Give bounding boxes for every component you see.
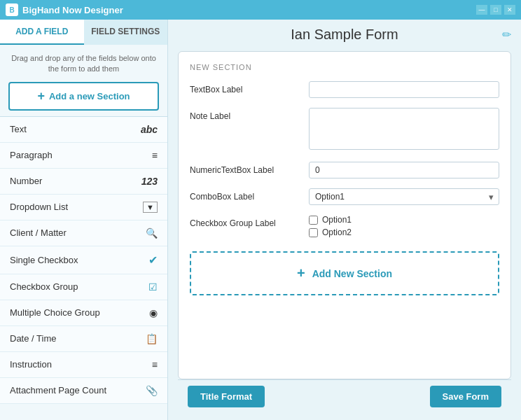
section-label: NEW SECTION (190, 63, 499, 71)
field-item-datetime[interactable]: Date / Time 📋 (0, 326, 167, 352)
combobox-row: ComboBox Label Option1 Option2 Option3 (190, 188, 499, 205)
combobox-label: ComboBox Label (190, 188, 302, 202)
note-label: Note Label (190, 108, 302, 121)
select-wrapper: Option1 Option2 Option3 (309, 188, 499, 205)
add-section-label: Add a new Section (49, 91, 130, 102)
checkbox-option2[interactable] (309, 228, 318, 237)
minimize-button[interactable]: — (476, 5, 487, 15)
tabs: ADD A FIELD FIELD SETTINGS (0, 20, 167, 45)
fields-list: Text abc Paragraph ≡ Number 123 Dropdown… (0, 117, 167, 420)
app-title: BigHand Now Designer (22, 5, 123, 15)
field-item-client-matter[interactable]: Client / Matter 🔍 (0, 220, 167, 246)
left-panel: ADD A FIELD FIELD SETTINGS Drag and drop… (0, 20, 168, 420)
checkmark-icon: ✔ (148, 253, 158, 267)
checkbox-option1-label: Option1 (322, 215, 352, 225)
field-item-text[interactable]: Text abc (0, 117, 167, 143)
plus-icon: + (37, 89, 45, 104)
field-item-multiple-choice[interactable]: Multiple Choice Group ◉ (0, 300, 167, 326)
field-item-single-checkbox[interactable]: Single Checkbox ✔ (0, 246, 167, 274)
textbox-control (309, 81, 499, 98)
calendar-icon: 📋 (146, 333, 158, 344)
app-icon: B (6, 4, 18, 16)
add-section-area: Drag and drop any of the fields below on… (0, 45, 167, 117)
save-form-button[interactable]: Save Form (430, 386, 501, 407)
checkbox-group-row: Checkbox Group Label Option1 Option2 (190, 215, 499, 240)
add-new-section-button[interactable]: + Add a new Section (8, 82, 159, 111)
textbox-label: TextBox Label (190, 81, 302, 94)
checkbox-option1-row: Option1 (309, 215, 499, 225)
note-textarea[interactable] (309, 108, 499, 150)
main-container: ADD A FIELD FIELD SETTINGS Drag and drop… (0, 20, 521, 420)
checkbox-option2-label: Option2 (322, 227, 352, 237)
radio-icon: ◉ (149, 307, 158, 318)
instruction-icon: ≡ (152, 359, 158, 370)
checkbox-group-control: Option1 Option2 (309, 215, 499, 240)
numeric-input[interactable] (309, 162, 499, 178)
help-text: Drag and drop any of the fields below on… (8, 53, 159, 75)
window-controls: — □ ✕ (476, 5, 515, 15)
checkbox-group-label-text: Checkbox Group Label (190, 215, 302, 228)
search-icon: 🔍 (146, 227, 158, 239)
add-new-section-area[interactable]: + Add New Section (190, 251, 499, 295)
edit-title-icon[interactable]: ✏ (502, 28, 511, 41)
field-item-checkbox-group[interactable]: Checkbox Group ☑ (0, 274, 167, 300)
field-item-instruction[interactable]: Instruction ≡ (0, 352, 167, 378)
field-item-number[interactable]: Number 123 (0, 169, 167, 195)
dropdown-icon: ▼ (143, 202, 158, 213)
field-item-attachment[interactable]: Attachment Page Count 📎 (0, 378, 167, 404)
form-title: Ian Sample Form (291, 27, 398, 43)
textbox-row: TextBox Label (190, 81, 499, 98)
maximize-button[interactable]: □ (490, 5, 501, 15)
field-item-dropdown[interactable]: Dropdown List ▼ (0, 195, 167, 220)
field-item-paragraph[interactable]: Paragraph ≡ (0, 143, 167, 169)
close-button[interactable]: ✕ (504, 5, 515, 15)
attachment-icon: 📎 (146, 385, 158, 396)
add-new-section-label: Add New Section (312, 268, 392, 279)
bottom-bar: Title Format Save Form (178, 379, 511, 413)
right-panel: Ian Sample Form ✏ NEW SECTION TextBox La… (168, 20, 521, 420)
form-canvas: NEW SECTION TextBox Label Note Label Num… (178, 51, 511, 379)
text-icon: abc (141, 124, 158, 135)
tab-add-field[interactable]: ADD A FIELD (0, 20, 84, 45)
checkbox-option2-row: Option2 (309, 227, 499, 237)
numeric-label: NumericTextBox Label (190, 162, 302, 175)
form-header: Ian Sample Form ✏ (178, 27, 511, 43)
checkbox-group-icon: ☑ (148, 281, 158, 293)
note-control (309, 108, 499, 152)
checkbox-option1[interactable] (309, 216, 318, 225)
textbox-input[interactable] (309, 81, 499, 98)
number-icon: 123 (141, 176, 158, 187)
paragraph-icon: ≡ (152, 150, 158, 161)
numeric-control (309, 162, 499, 178)
combobox-control: Option1 Option2 Option3 (309, 188, 499, 205)
title-bar: B BigHand Now Designer — □ ✕ (0, 0, 521, 20)
tab-field-settings[interactable]: FIELD SETTINGS (84, 20, 168, 45)
numeric-row: NumericTextBox Label (190, 162, 499, 178)
add-new-section-plus-icon: + (297, 265, 305, 281)
note-row: Note Label (190, 108, 499, 152)
title-format-button[interactable]: Title Format (188, 386, 265, 407)
combobox-select[interactable]: Option1 Option2 Option3 (309, 188, 499, 205)
